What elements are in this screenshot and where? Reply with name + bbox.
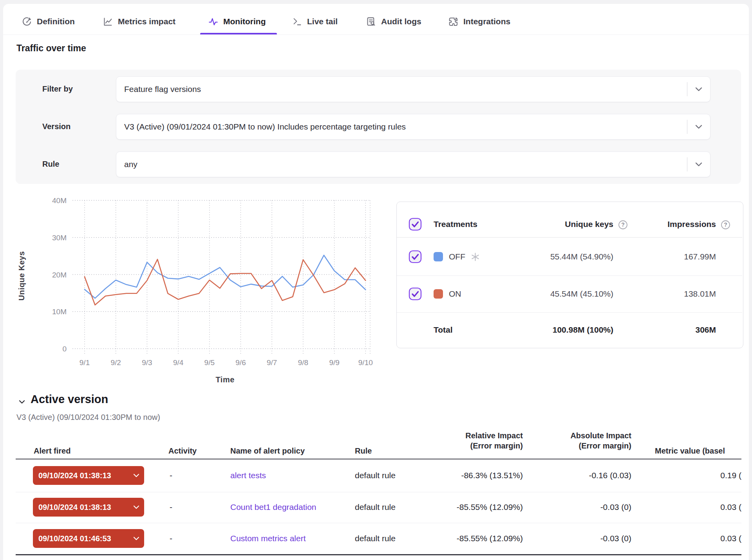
off-series-swatch xyxy=(434,252,443,261)
table-header-border xyxy=(16,459,741,459)
alert-fired-badge[interactable]: 09/10/2024 01:38:13 xyxy=(33,466,144,485)
rule-cell: default rule xyxy=(355,534,396,543)
table-divider xyxy=(397,237,742,238)
metric-value-cell: 0.03 ( xyxy=(666,502,741,512)
filter-by-select[interactable]: Feature flag versions xyxy=(116,76,710,102)
unique-keys-column-header: Unique keys xyxy=(496,220,613,229)
chevron-down-icon xyxy=(133,474,139,477)
tab-monitoring[interactable]: Monitoring xyxy=(208,12,266,31)
active-version-subtitle: V3 (Active) (09/10/2024 01:30PM to now) xyxy=(16,413,160,422)
on-treatment-label: ON xyxy=(449,289,461,299)
activity-cell: - xyxy=(170,471,172,480)
svg-text:9/8: 9/8 xyxy=(298,358,308,367)
table-divider xyxy=(397,275,742,276)
svg-text:10M: 10M xyxy=(52,308,67,316)
chevron-down-icon[interactable] xyxy=(687,87,710,92)
svg-text:9/3: 9/3 xyxy=(142,358,152,367)
relative-impact-cell: -86.3% (13.51%) xyxy=(425,471,523,480)
off-unique-keys-value: 55.44M (54.90%) xyxy=(496,252,613,261)
svg-text:9/1: 9/1 xyxy=(80,358,90,367)
collapse-chevron-icon[interactable] xyxy=(18,398,26,408)
off-row-checkbox[interactable] xyxy=(409,250,422,265)
svg-text:9/5: 9/5 xyxy=(204,358,215,367)
relative-impact-cell: -85.55% (12.09%) xyxy=(425,502,523,512)
total-unique-keys-value: 100.98M (100%) xyxy=(496,325,613,335)
chevron-down-icon[interactable] xyxy=(687,124,710,129)
integrations-icon xyxy=(448,16,459,27)
monitoring-icon xyxy=(208,16,219,27)
on-unique-keys-value: 45.54M (45.10%) xyxy=(496,289,613,299)
svg-text:?: ? xyxy=(724,221,727,228)
col-header-alert-fired: Alert fired xyxy=(34,446,70,456)
treatments-column-header: Treatments xyxy=(434,220,477,229)
col-header-metric-value: Metric value (basel xyxy=(655,446,725,456)
rule-label: Rule xyxy=(42,160,59,169)
off-impressions-value: 167.99M xyxy=(598,252,716,261)
svg-text:30M: 30M xyxy=(52,234,67,242)
chevron-down-icon xyxy=(133,537,139,540)
svg-text:9/9: 9/9 xyxy=(329,358,339,367)
alert-fired-badge[interactable]: 09/10/2024 01:46:53 xyxy=(33,529,144,548)
col-header-relative-impact: Relative Impact(Error margin) xyxy=(425,430,523,451)
alert-fired-badge[interactable]: 09/10/2024 01:38:13 xyxy=(33,498,144,517)
tab-label: Integrations xyxy=(463,17,510,26)
tab-label: Audit logs xyxy=(381,17,421,26)
alert-policy-link[interactable]: Count bet1 degradation xyxy=(230,502,316,512)
chevron-down-icon xyxy=(133,505,139,509)
chevron-down-icon[interactable] xyxy=(687,162,710,167)
impressions-help-icon[interactable]: ? xyxy=(721,220,730,230)
tab-metrics-impact[interactable]: Metrics impact xyxy=(103,12,175,31)
table-row-divider xyxy=(16,492,741,492)
version-value: V3 (Active) (09/01/2024 01:30PM to now) … xyxy=(116,122,687,131)
col-header-activity: Activity xyxy=(168,446,197,456)
rule-select[interactable]: any xyxy=(116,151,710,177)
relative-impact-cell: -85.55% (12.09%) xyxy=(425,534,523,543)
tab-label: Definition xyxy=(37,17,75,26)
svg-text:9/4: 9/4 xyxy=(173,358,184,367)
tab-label: Metrics impact xyxy=(118,17,175,26)
series-on-line xyxy=(85,259,365,305)
svg-text:9/10: 9/10 xyxy=(358,358,373,367)
svg-text:Unique Keys: Unique Keys xyxy=(17,251,26,301)
metric-value-cell: 0.19 ( xyxy=(666,471,741,480)
default-treatment-icon xyxy=(471,252,480,263)
svg-text:20M: 20M xyxy=(52,271,67,279)
impressions-column-header: Impressions xyxy=(598,220,716,229)
alert-fired-timestamp: 09/10/2024 01:38:13 xyxy=(38,503,111,512)
page-title: Traffic over time xyxy=(16,43,86,54)
active-version-title[interactable]: Active version xyxy=(31,393,108,406)
rule-cell: default rule xyxy=(355,471,396,480)
alert-fired-timestamp: 09/10/2024 01:38:13 xyxy=(38,471,111,480)
svg-text:Time: Time xyxy=(215,375,234,384)
tab-label: Monitoring xyxy=(223,17,266,26)
tab-label: Live tail xyxy=(307,17,338,26)
alert-policy-link[interactable]: alert tests xyxy=(230,471,266,480)
alert-policy-link[interactable]: Custom metrics alert xyxy=(230,534,306,543)
alert-fired-timestamp: 09/10/2024 01:46:53 xyxy=(38,534,111,543)
svg-text:9/7: 9/7 xyxy=(267,358,277,367)
on-impressions-value: 138.01M xyxy=(598,289,716,299)
tab-audit-logs[interactable]: Audit logs xyxy=(366,12,421,31)
svg-text:9/2: 9/2 xyxy=(110,358,121,367)
col-header-alert-policy: Name of alert policy xyxy=(230,446,305,456)
select-all-checkbox[interactable] xyxy=(409,218,422,232)
page: Definition Metrics impact Monitoring Liv… xyxy=(0,0,752,560)
table-bottom-border xyxy=(16,554,741,555)
filter-by-value: Feature flag versions xyxy=(116,85,687,94)
on-series-swatch xyxy=(434,289,443,299)
on-row-checkbox[interactable] xyxy=(409,287,422,302)
svg-text:9/6: 9/6 xyxy=(235,358,246,367)
metric-value-cell: 0.03 ( xyxy=(666,534,741,543)
tab-definition[interactable]: Definition xyxy=(22,12,75,31)
off-treatment-label: OFF xyxy=(449,252,465,261)
rule-value: any xyxy=(116,160,687,169)
col-header-absolute-impact: Absolute Impact(Error margin) xyxy=(540,430,631,451)
live-tail-icon xyxy=(292,16,302,27)
metrics-impact-icon xyxy=(103,16,113,27)
version-select[interactable]: V3 (Active) (09/01/2024 01:30PM to now) … xyxy=(116,114,710,140)
tab-integrations[interactable]: Integrations xyxy=(448,12,510,31)
svg-text:40M: 40M xyxy=(52,198,67,205)
tab-live-tail[interactable]: Live tail xyxy=(292,12,338,31)
activity-cell: - xyxy=(170,502,172,512)
svg-text:0: 0 xyxy=(62,345,67,353)
